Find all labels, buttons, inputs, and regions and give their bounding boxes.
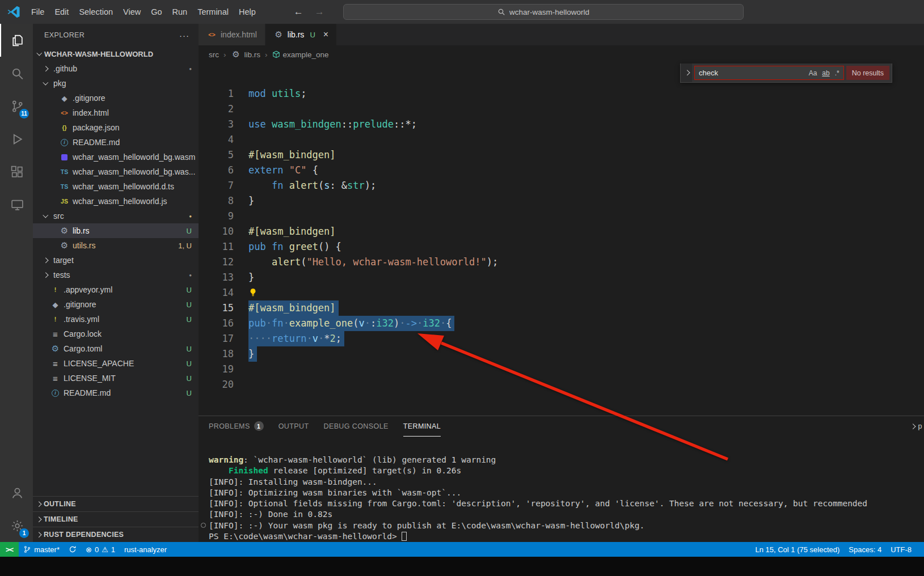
activity-search[interactable] [0,57,33,90]
tab-lib-rs[interactable]: ⚙lib.rsU× [265,24,337,45]
tree-item-pkg[interactable]: pkg [33,76,199,91]
find-input[interactable]: check Aa ab .* [694,66,844,80]
code-line[interactable]: } [248,270,924,285]
code-line[interactable]: #[wasm_bindgen] [248,300,924,316]
close-icon[interactable]: × [323,29,328,40]
tree-item-src[interactable]: src● [33,209,199,223]
status-problems[interactable]: ⊗0⚠1 [81,542,120,557]
menu-selection[interactable]: Selection [74,0,118,24]
toggle-replace-button[interactable] [681,63,692,82]
code-line[interactable] [248,285,924,300]
status-encoding[interactable]: UTF-8 [886,542,916,557]
tree-item-readme-md[interactable]: iREADME.md [33,135,199,150]
code-line[interactable] [248,101,924,117]
breadcrumb-item-lib-rs[interactable]: ⚙lib.rs [231,49,261,60]
tree-item-lib-rs[interactable]: ⚙lib.rsU [33,223,199,238]
terminal-launch-icon[interactable] [910,423,915,429]
explorer-actions-button[interactable]: ··· [179,31,189,40]
status-rust-analyzer[interactable]: rust-analyzer [120,542,171,557]
status-sync[interactable] [64,542,81,557]
code-line[interactable]: extern "C" { [248,163,924,178]
tree-item-wchar-wasm-helloworld-d-ts[interactable]: TSwchar_wasm_helloworld.d.ts [33,179,199,194]
code-line[interactable]: alert("Hello, wchar-wasm-helloworld!"); [248,255,924,270]
code-line[interactable]: #[wasm_bindgen] [248,224,924,239]
status-git-branch[interactable]: master* [19,542,64,557]
menu-run[interactable]: Run [167,0,193,24]
tree-item-cargo-toml[interactable]: ⚙Cargo.tomlU [33,341,199,356]
panel-tab-problems[interactable]: PROBLEMS1 [209,416,264,437]
tree-item-gitignore[interactable]: ◆.gitignoreU [33,297,199,312]
activity-explorer[interactable] [0,24,33,57]
status-cursor-position[interactable]: Ln 15, Col 1 (75 selected) [750,542,844,557]
breadcrumb-item-example-one[interactable]: example_one [272,50,329,59]
editor[interactable]: 1234567891011121314151617181920 mod util… [199,63,924,416]
menu-file[interactable]: File [26,0,49,24]
tree-item-wchar-wasm-helloworld-js[interactable]: JSwchar_wasm_helloworld.js [33,194,199,209]
code-line[interactable]: } [248,193,924,209]
terminal-output[interactable]: warning: `wchar-wasm-helloworld` (lib) g… [199,437,924,542]
tree-item-index-html[interactable]: <>index.html [33,105,199,120]
panel-tab-debug-console[interactable]: DEBUG CONSOLE [323,416,388,437]
code-line[interactable]: ····return·v·*2; [248,331,924,346]
menu-terminal[interactable]: Terminal [192,0,234,24]
tree-item-github[interactable]: .github● [33,61,199,76]
code-line[interactable]: pub·fn·example_one(v·:i32)·->·i32·{ [248,316,924,331]
tree-item-license-apache[interactable]: ≡LICENSE_APACHEU [33,356,199,371]
code-line[interactable]: } [248,346,924,362]
code-line[interactable] [248,132,924,147]
panel-tab-terminal[interactable]: TERMINAL [403,416,441,437]
status-remote[interactable]: >< [0,542,19,557]
activity-run-and-debug[interactable] [0,122,33,155]
whole-word-button[interactable]: ab [822,69,829,77]
command-center-search[interactable]: wchar-wasm-helloworld [343,4,744,20]
tree-item-cargo-lock[interactable]: ≡Cargo.lock [33,327,199,341]
status-indentation[interactable]: Spaces: 4 [844,542,886,557]
tree-item-license-mit[interactable]: ≡LICENSE_MITU [33,371,199,386]
code-line[interactable] [248,209,924,224]
code-line[interactable]: fn alert(s: &str); [248,178,924,193]
lightbulb-icon[interactable] [248,288,260,297]
tree-item-package-json[interactable]: {}package.json [33,120,199,135]
code-line[interactable] [248,362,924,377]
code-token: prelude [353,118,394,130]
tree-item-wchar-wasm-helloworld-bg-was[interactable]: TSwchar_wasm_helloworld_bg.was... [33,164,199,179]
tree-item-utils-rs[interactable]: ⚙utils.rs1, U [33,238,199,253]
code-line[interactable]: #[wasm_bindgen] [248,147,924,163]
regex-button[interactable]: .* [835,69,839,77]
tree-item-target[interactable]: target [33,253,199,268]
menu-edit[interactable]: Edit [49,0,74,24]
menu-go[interactable]: Go [146,0,167,24]
activity-remote-explorer[interactable] [0,188,33,221]
tree-item-travis-yml[interactable]: !.travis.ymlU [33,312,199,327]
code-line[interactable]: use wasm_bindgen::prelude::*; [248,117,924,132]
menu-view[interactable]: View [118,0,146,24]
menu-help[interactable]: Help [234,0,261,24]
tree-item-gitignore[interactable]: ◆.gitignore [33,91,199,105]
breadcrumb-item-src[interactable]: src [209,50,219,59]
tree-item-readme-md[interactable]: iREADME.mdU [33,386,199,400]
code-line[interactable] [248,377,924,392]
back-button[interactable]: ← [294,6,303,18]
section-outline[interactable]: OUTLINE [33,496,199,511]
tab-label: index.html [221,30,257,39]
panel-tab-output[interactable]: OUTPUT [279,416,309,437]
sidebar-sections: OUTLINETIMELINERUST DEPENDENCIES [33,496,199,542]
forward-button[interactable]: → [315,6,324,18]
find-query[interactable]: check [699,69,804,77]
tree-item-wchar-wasm-helloworld-bg-wasm[interactable]: wchar_wasm_helloworld_bg.wasm [33,150,199,164]
section-timeline[interactable]: TIMELINE [33,511,199,527]
code-line[interactable]: pub fn greet() { [248,239,924,255]
tab-bar: <>index.html⚙lib.rsU× [199,24,924,45]
tree-item-tests[interactable]: tests● [33,268,199,282]
activity-source-control[interactable]: 11 [0,90,33,122]
code-line[interactable]: mod utils; [248,86,924,101]
section-rust-dependencies[interactable]: RUST DEPENDENCIES [33,527,199,542]
activity-extensions[interactable] [0,155,33,188]
activity-manage[interactable]: 1 [0,509,33,542]
panel-actions[interactable]: p [909,422,924,430]
match-case-button[interactable]: Aa [809,69,817,77]
workspace-root[interactable]: WCHAR-WASM-HELLOWORLD [33,46,199,61]
activity-accounts[interactable] [0,476,33,509]
tab-index-html[interactable]: <>index.html [199,24,265,45]
tree-item-appveyor-yml[interactable]: !.appveyor.ymlU [33,282,199,297]
